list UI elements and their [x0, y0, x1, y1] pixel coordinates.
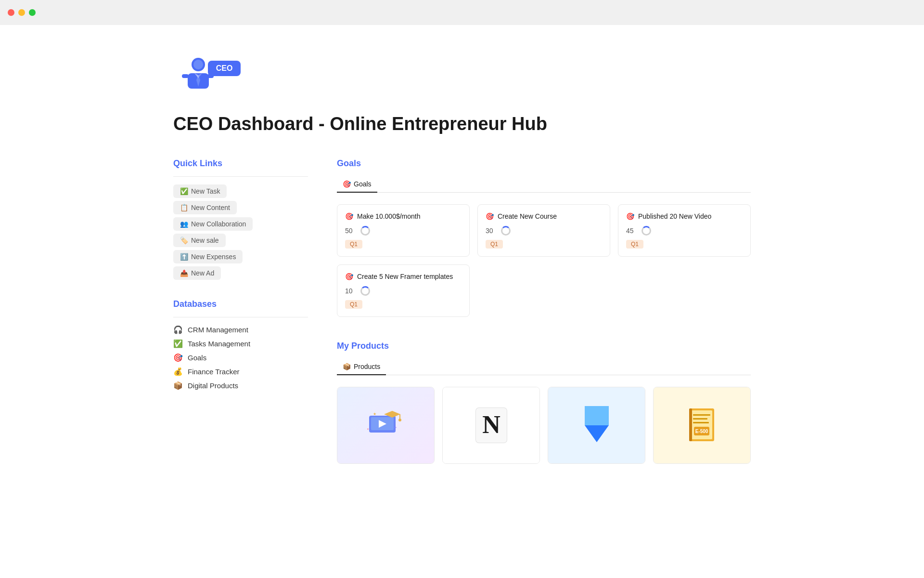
check-circle-icon: ✅: [180, 187, 188, 195]
goal-progress-num: 10: [345, 287, 357, 295]
finance-icon: 💰: [173, 367, 183, 376]
goal-card-title: 🎯 Create 5 New Framer templates: [345, 273, 462, 280]
product-card-3[interactable]: [548, 387, 645, 464]
new-sale-button[interactable]: 🏷️ New sale: [173, 234, 226, 247]
upload-icon: ⬆️: [180, 253, 188, 261]
goal-tag: Q1: [486, 240, 503, 249]
db-finance-item[interactable]: 💰 Finance Tracker: [173, 367, 308, 376]
svg-marker-24: [585, 425, 609, 442]
goal-icon: 🎯: [486, 212, 494, 220]
product-card-1[interactable]: ★ ✦ ✦: [337, 387, 435, 464]
new-ad-button[interactable]: 📤 New Ad: [173, 266, 221, 280]
svg-rect-28: [693, 414, 710, 416]
databases-list: 🎧 CRM Management ✅ Tasks Management 🎯 Go…: [173, 325, 308, 390]
new-task-button[interactable]: ✅ New Task: [173, 184, 227, 198]
goal-card-1[interactable]: 🎯 Make 10.000$/month 50 Q1: [337, 204, 470, 257]
goal-card-title: 🎯 Make 10.000$/month: [345, 212, 462, 220]
svg-rect-23: [585, 406, 609, 425]
check-icon: ✅: [173, 339, 183, 348]
svg-text:E-500: E-500: [695, 429, 708, 434]
goal-progress-row: 50: [345, 226, 462, 236]
svg-point-16: [398, 419, 401, 421]
new-expenses-button[interactable]: ⬆️ New Expenses: [173, 250, 243, 263]
svg-rect-33: [689, 408, 692, 441]
headset-icon: 🎧: [173, 325, 183, 334]
maximize-button[interactable]: [29, 9, 36, 16]
svg-rect-30: [693, 422, 709, 423]
list-item: 📋 New Content: [173, 201, 308, 214]
product-thumb-1: ★ ✦ ✦: [337, 387, 434, 463]
goal-tag: Q1: [345, 240, 362, 249]
progress-circle-icon: [360, 226, 370, 236]
goals-tab-icon: 🎯: [343, 180, 351, 188]
goals-tab-bar: 🎯 Goals: [337, 176, 751, 193]
goal-progress-num: 45: [626, 227, 638, 235]
goal-card-4[interactable]: 🎯 Create 5 New Framer templates 10 Q1: [337, 264, 470, 317]
titlebar: [0, 0, 924, 25]
content-grid: Quick Links ✅ New Task 📋 New Content: [173, 158, 751, 464]
goals-tab[interactable]: 🎯 Goals: [337, 176, 377, 193]
goals-grid-bottom: 🎯 Create 5 New Framer templates 10 Q1: [337, 264, 751, 317]
close-button[interactable]: [8, 9, 14, 16]
svg-point-1: [193, 60, 203, 69]
minimize-button[interactable]: [18, 9, 25, 16]
products-section: My Products 📦 Products: [337, 341, 751, 464]
goal-card-title: 🎯 Published 20 New Video: [626, 212, 743, 220]
page-title: CEO Dashboard - Online Entrepreneur Hub: [173, 114, 751, 134]
new-collaboration-button[interactable]: 👥 New Collaboration: [173, 217, 253, 231]
product-thumb-3: [548, 387, 645, 463]
goal-icon: 🎯: [345, 273, 353, 280]
tag-icon: 🏷️: [180, 236, 188, 244]
quick-links-heading: Quick Links: [173, 158, 308, 169]
product-card-4[interactable]: E-500: [653, 387, 751, 464]
svg-text:✦: ✦: [367, 428, 369, 431]
svg-rect-6: [182, 74, 189, 78]
ad-icon: 📤: [180, 269, 188, 277]
new-content-button[interactable]: 📋 New Content: [173, 201, 237, 214]
databases-divider: [173, 317, 308, 317]
products-tab[interactable]: 📦 Products: [337, 359, 386, 375]
db-crm-item[interactable]: 🎧 CRM Management: [173, 325, 308, 334]
target-icon: 🎯: [173, 353, 183, 362]
svg-text:✦: ✦: [394, 426, 397, 429]
db-digital-item[interactable]: 📦 Digital Products: [173, 381, 308, 390]
goal-tag: Q1: [626, 240, 643, 249]
quick-links-divider: [173, 176, 308, 177]
list-item: ⬆️ New Expenses: [173, 250, 308, 263]
group-icon: 👥: [180, 220, 188, 228]
goal-tag: Q1: [345, 300, 362, 309]
goal-card-title: 🎯 Create New Course: [486, 212, 602, 220]
goal-progress-num: 50: [345, 227, 357, 235]
products-tab-bar: 📦 Products: [337, 359, 751, 375]
goal-card-3[interactable]: 🎯 Published 20 New Video 45 Q1: [618, 204, 751, 257]
products-heading: My Products: [337, 341, 751, 351]
goals-section: Goals 🎯 Goals 🎯 Make 10.000$/month: [337, 158, 751, 317]
clipboard-icon: 📋: [180, 204, 188, 211]
goal-progress-row: 10: [345, 286, 462, 296]
sidebar: Quick Links ✅ New Task 📋 New Content: [173, 158, 308, 464]
box-icon: 📦: [173, 381, 183, 390]
ceo-icon: CEO: [173, 54, 250, 102]
goal-icon: 🎯: [626, 212, 634, 220]
main-content: CEO CEO Dashboard - Online Entrepreneur …: [125, 25, 799, 493]
progress-circle-icon: [642, 226, 651, 236]
list-item: ✅ New Task: [173, 184, 308, 198]
product-thumb-2: N: [443, 387, 539, 463]
progress-circle-icon: [360, 286, 370, 296]
db-goals-item[interactable]: 🎯 Goals: [173, 353, 308, 362]
goal-card-2[interactable]: 🎯 Create New Course 30 Q1: [477, 204, 610, 257]
svg-text:CEO: CEO: [216, 64, 233, 72]
db-tasks-item[interactable]: ✅ Tasks Management: [173, 339, 308, 348]
products-tab-label: Products: [354, 363, 380, 370]
goal-progress-row: 45: [626, 226, 743, 236]
right-content: Goals 🎯 Goals 🎯 Make 10.000$/month: [337, 158, 751, 464]
svg-text:★: ★: [373, 412, 376, 416]
products-tab-icon: 📦: [343, 363, 351, 370]
svg-rect-29: [693, 418, 707, 420]
goal-icon: 🎯: [345, 212, 353, 220]
product-thumb-4: E-500: [654, 387, 750, 463]
product-card-2[interactable]: N: [442, 387, 540, 464]
list-item: 🏷️ New sale: [173, 234, 308, 247]
progress-circle-icon: [501, 226, 511, 236]
goal-progress-num: 30: [486, 227, 497, 235]
